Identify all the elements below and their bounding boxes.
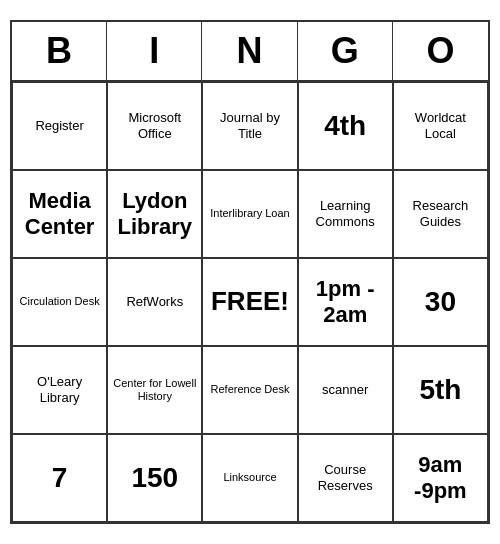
cell-text-15: O'Leary Library (17, 374, 102, 405)
cell-text-17: Reference Desk (211, 383, 290, 396)
cell-text-9: Research Guides (398, 198, 483, 229)
cell-text-10: Circulation Desk (20, 295, 100, 308)
bingo-cell-8: Learning Commons (298, 170, 393, 258)
bingo-cell-9: Research Guides (393, 170, 488, 258)
cell-text-11: RefWorks (126, 294, 183, 310)
cell-text-1: Microsoft Office (112, 110, 197, 141)
bingo-cell-3: 4th (298, 82, 393, 170)
cell-text-21: 150 (131, 461, 178, 495)
cell-text-13: 1pm - 2am (303, 276, 388, 329)
bingo-cell-13: 1pm - 2am (298, 258, 393, 346)
bingo-cell-16: Center for Lowell History (107, 346, 202, 434)
cell-text-20: 7 (52, 461, 68, 495)
cell-text-22: Linksource (223, 471, 276, 484)
cell-text-2: Journal by Title (207, 110, 292, 141)
header-letter-g: G (298, 22, 393, 80)
bingo-cell-19: 5th (393, 346, 488, 434)
bingo-cell-20: 7 (12, 434, 107, 522)
bingo-cell-6: Lydon Library (107, 170, 202, 258)
header-letter-o: O (393, 22, 488, 80)
bingo-cell-21: 150 (107, 434, 202, 522)
cell-text-24: 9am -9pm (398, 452, 483, 505)
bingo-cell-17: Reference Desk (202, 346, 297, 434)
header-letter-i: I (107, 22, 202, 80)
cell-text-8: Learning Commons (303, 198, 388, 229)
bingo-card: BINGO RegisterMicrosoft OfficeJournal by… (10, 20, 490, 524)
cell-text-7: Interlibrary Loan (210, 207, 290, 220)
bingo-cell-2: Journal by Title (202, 82, 297, 170)
bingo-cell-11: RefWorks (107, 258, 202, 346)
cell-text-18: scanner (322, 382, 368, 398)
bingo-cell-15: O'Leary Library (12, 346, 107, 434)
bingo-header: BINGO (12, 22, 488, 82)
bingo-cell-12: FREE! (202, 258, 297, 346)
bingo-cell-0: Register (12, 82, 107, 170)
bingo-grid: RegisterMicrosoft OfficeJournal by Title… (12, 82, 488, 522)
bingo-cell-4: Worldcat Local (393, 82, 488, 170)
bingo-cell-22: Linksource (202, 434, 297, 522)
cell-text-14: 30 (425, 285, 456, 319)
cell-text-16: Center for Lowell History (112, 377, 197, 403)
cell-text-12: FREE! (211, 286, 289, 317)
cell-text-0: Register (35, 118, 83, 134)
bingo-cell-24: 9am -9pm (393, 434, 488, 522)
bingo-cell-5: Media Center (12, 170, 107, 258)
cell-text-23: Course Reserves (303, 462, 388, 493)
bingo-cell-14: 30 (393, 258, 488, 346)
cell-text-5: Media Center (17, 188, 102, 241)
cell-text-3: 4th (324, 109, 366, 143)
bingo-cell-23: Course Reserves (298, 434, 393, 522)
bingo-cell-1: Microsoft Office (107, 82, 202, 170)
cell-text-6: Lydon Library (112, 188, 197, 241)
cell-text-4: Worldcat Local (398, 110, 483, 141)
bingo-cell-7: Interlibrary Loan (202, 170, 297, 258)
bingo-cell-18: scanner (298, 346, 393, 434)
header-letter-n: N (202, 22, 297, 80)
header-letter-b: B (12, 22, 107, 80)
cell-text-19: 5th (419, 373, 461, 407)
bingo-cell-10: Circulation Desk (12, 258, 107, 346)
